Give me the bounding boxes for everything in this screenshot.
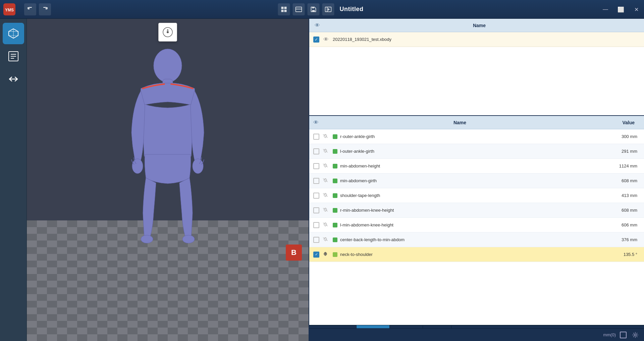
scene-eye-icon[interactable]: 👁: [323, 37, 329, 43]
measure-vis-icon-7[interactable]: [322, 222, 330, 228]
window-controls: — ⬜ ✕: [598, 0, 644, 19]
maximize-button[interactable]: ⬜: [613, 0, 629, 19]
statusbar: mm(0): [309, 328, 644, 341]
measure-value-4: 608 mm: [600, 178, 640, 183]
measure-row-5[interactable]: shoulder-tape-length413 mm: [309, 188, 644, 203]
undo-button[interactable]: [24, 3, 36, 15]
view-button-2[interactable]: [293, 3, 305, 15]
measurements-panel: 👁 Name Value r-outer-ankle-girth300 mml-…: [309, 116, 644, 325]
measure-name-4: min-abdomen-girth: [340, 178, 597, 183]
measure-color-5: [333, 193, 337, 198]
measure-vis-icon-1[interactable]: [322, 134, 330, 139]
measure-row-6[interactable]: r-min-abdomen-knee-height608 mm: [309, 203, 644, 218]
scene-item-checkbox[interactable]: ✓: [313, 37, 319, 43]
measure-row-7[interactable]: l-min-abdomen-knee-height606 mm: [309, 218, 644, 232]
svg-rect-4: [281, 10, 284, 12]
svg-point-31: [141, 235, 153, 243]
measure-checkbox-7[interactable]: [313, 222, 319, 228]
measure-name-3: min-abdomen-height: [340, 163, 597, 168]
svg-point-42: [634, 334, 636, 336]
eye-header-icon: 👁: [315, 22, 320, 28]
svg-point-29: [132, 159, 143, 174]
measure-row-2[interactable]: l-outer-ankle-girth291 mm: [309, 144, 644, 159]
status-checkbox[interactable]: [620, 332, 627, 338]
col-header-value: Value: [593, 120, 640, 125]
sidebar: [0, 19, 27, 341]
svg-rect-3: [284, 7, 287, 9]
measure-checkbox-5[interactable]: [313, 193, 319, 199]
col-header-name: Name: [327, 120, 593, 125]
measure-checkbox-3[interactable]: [313, 163, 319, 169]
close-button[interactable]: ✕: [629, 0, 644, 19]
logo-icon: YMS: [5, 5, 14, 14]
measure-vis-icon-4[interactable]: [322, 178, 330, 184]
measure-row-3[interactable]: min-abdomen-height1124 mm: [309, 159, 644, 174]
viewport[interactable]: B: [27, 19, 309, 341]
svg-point-30: [193, 159, 203, 174]
svg-line-34: [323, 149, 328, 152]
sidebar-item-3d-view[interactable]: [3, 23, 24, 44]
measure-value-7: 606 mm: [600, 222, 640, 227]
measure-value-6: 608 mm: [600, 208, 640, 213]
measure-checkbox-2[interactable]: [313, 148, 319, 154]
measure-vis-icon-5[interactable]: [322, 193, 330, 198]
minimize-button[interactable]: —: [598, 0, 613, 19]
redo-button[interactable]: [39, 3, 51, 15]
scene-item-1[interactable]: ✓ 👁 20220118_193021_test.xbody: [309, 32, 644, 47]
measure-name-8: center-back-length-to-min-abdom: [340, 237, 597, 242]
body-svg: [117, 39, 218, 247]
measure-color-2: [333, 149, 337, 154]
scene-panel-header: 👁 Name: [309, 19, 644, 32]
measure-vis-icon-8[interactable]: [322, 237, 330, 243]
measure-checkbox-6[interactable]: [313, 207, 319, 213]
measure-row-1[interactable]: r-outer-ankle-girth300 mm: [309, 129, 644, 144]
measure-vis-icon-9[interactable]: [322, 252, 330, 257]
svg-point-41: [325, 253, 326, 255]
measure-value-2: 291 mm: [600, 149, 640, 154]
body-figure: [117, 39, 218, 247]
save-button[interactable]: [308, 3, 320, 15]
measure-vis-icon-6[interactable]: [322, 207, 330, 213]
svg-line-37: [323, 193, 328, 197]
svg-line-36: [323, 179, 328, 182]
reset-view-icon: [162, 26, 173, 38]
measure-vis-icon-2[interactable]: [322, 148, 330, 154]
measure-value-5: 413 mm: [600, 193, 640, 198]
measure-checkbox-8[interactable]: [313, 237, 319, 243]
measure-checkbox-9[interactable]: ✓: [313, 252, 319, 258]
titlebar: YMS: [0, 0, 644, 19]
measure-value-1: 300 mm: [600, 134, 640, 139]
scene-item-name: 20220118_193021_test.xbody: [333, 37, 391, 42]
status-settings-icon[interactable]: [631, 330, 640, 340]
scene-header-name: Name: [320, 23, 639, 28]
measure-color-3: [333, 164, 337, 168]
measure-checkbox-1[interactable]: [313, 134, 319, 140]
status-unit: mm(0): [603, 332, 616, 337]
measure-color-4: [333, 179, 337, 183]
measure-color-8: [333, 237, 337, 242]
measure-checkbox-4[interactable]: [313, 178, 319, 184]
svg-line-33: [323, 134, 328, 138]
svg-rect-9: [312, 7, 314, 8]
measure-row-9[interactable]: ✓neck-to-shoulder135.5 °: [309, 247, 644, 262]
toolbar-buttons: [19, 3, 51, 15]
export-button[interactable]: [322, 3, 334, 15]
view-button-1[interactable]: [278, 3, 290, 15]
svg-rect-6: [296, 7, 302, 12]
b-badge[interactable]: B: [286, 245, 302, 261]
measure-value-9: 135.5 °: [600, 252, 640, 257]
measurements-list: r-outer-ankle-girth300 mml-outer-ankle-g…: [309, 129, 644, 325]
measure-row-8[interactable]: center-back-length-to-min-abdom376 mm: [309, 232, 644, 247]
scene-panel: 👁 Name ✓ 👁 20220118_193021_test.xbody: [309, 19, 644, 116]
svg-point-32: [182, 235, 195, 243]
svg-line-35: [323, 164, 328, 167]
measure-vis-icon-3[interactable]: [322, 163, 330, 169]
sidebar-item-compare[interactable]: [3, 68, 24, 90]
measure-name-1: r-outer-ankle-girth: [340, 134, 597, 139]
sidebar-item-measurements[interactable]: [3, 46, 24, 67]
measure-value-8: 376 mm: [600, 237, 640, 242]
title-center: Untitled: [278, 3, 366, 15]
measure-color-9: [333, 252, 337, 257]
measure-row-4[interactable]: min-abdomen-girth608 mm: [309, 174, 644, 188]
measure-name-5: shoulder-tape-length: [340, 193, 597, 198]
